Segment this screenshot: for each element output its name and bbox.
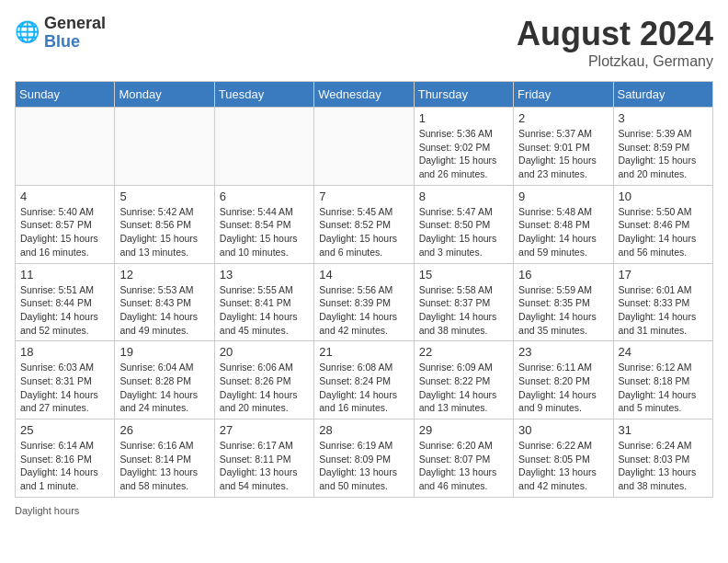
day-number: 2 xyxy=(518,111,608,125)
day-info: Sunrise: 6:11 AM Sunset: 8:20 PM Dayligh… xyxy=(518,361,608,415)
calendar-cell: 1Sunrise: 5:36 AM Sunset: 9:02 PM Daylig… xyxy=(414,108,513,186)
day-info: Sunrise: 6:09 AM Sunset: 8:22 PM Dayligh… xyxy=(419,361,508,415)
calendar-cell: 23Sunrise: 6:11 AM Sunset: 8:20 PM Dayli… xyxy=(514,341,613,419)
day-info: Sunrise: 5:56 AM Sunset: 8:39 PM Dayligh… xyxy=(319,283,408,338)
logo-text: General Blue xyxy=(44,15,106,52)
day-number: 20 xyxy=(220,345,309,359)
day-info: Sunrise: 5:40 AM Sunset: 8:57 PM Dayligh… xyxy=(20,205,109,259)
day-number: 23 xyxy=(518,345,608,359)
logo-general: General xyxy=(44,15,106,33)
location: Plotzkau, Germany xyxy=(517,53,713,70)
day-info: Sunrise: 5:51 AM Sunset: 8:44 PM Dayligh… xyxy=(20,283,109,338)
day-info: Sunrise: 5:48 AM Sunset: 8:48 PM Dayligh… xyxy=(518,205,608,259)
calendar-cell: 25Sunrise: 6:14 AM Sunset: 8:16 PM Dayli… xyxy=(16,419,115,498)
day-info: Sunrise: 6:03 AM Sunset: 8:31 PM Dayligh… xyxy=(20,361,109,415)
day-number: 17 xyxy=(619,268,708,282)
title-block: August 2024 Plotzkau, Germany xyxy=(517,15,713,70)
calendar-cell xyxy=(115,108,214,186)
calendar-cell: 24Sunrise: 6:12 AM Sunset: 8:18 PM Dayli… xyxy=(613,341,712,419)
day-number: 15 xyxy=(419,268,508,282)
day-info: Sunrise: 5:44 AM Sunset: 8:54 PM Dayligh… xyxy=(220,205,309,259)
logo: 🌐 General Blue xyxy=(15,15,106,52)
day-info: Sunrise: 6:04 AM Sunset: 8:28 PM Dayligh… xyxy=(119,361,209,415)
calendar-cell: 28Sunrise: 6:19 AM Sunset: 8:09 PM Dayli… xyxy=(314,419,414,498)
calendar-cell: 5Sunrise: 5:42 AM Sunset: 8:56 PM Daylig… xyxy=(115,185,214,263)
day-info: Sunrise: 5:45 AM Sunset: 8:52 PM Dayligh… xyxy=(319,205,408,259)
calendar-cell: 4Sunrise: 5:40 AM Sunset: 8:57 PM Daylig… xyxy=(16,185,115,263)
day-info: Sunrise: 5:47 AM Sunset: 8:50 PM Dayligh… xyxy=(419,205,508,259)
day-number: 4 xyxy=(20,190,109,203)
calendar-cell: 13Sunrise: 5:55 AM Sunset: 8:41 PM Dayli… xyxy=(214,263,313,341)
day-number: 16 xyxy=(518,268,608,282)
day-number: 22 xyxy=(419,345,508,359)
day-info: Sunrise: 5:50 AM Sunset: 8:46 PM Dayligh… xyxy=(619,205,708,259)
page-header: 🌐 General Blue August 2024 Plotzkau, Ger… xyxy=(15,15,713,70)
day-info: Sunrise: 6:01 AM Sunset: 8:33 PM Dayligh… xyxy=(619,283,708,338)
day-number: 13 xyxy=(220,268,309,282)
day-number: 6 xyxy=(220,190,309,203)
day-number: 25 xyxy=(20,423,109,437)
day-header-monday: Monday xyxy=(115,82,214,108)
calendar-cell: 10Sunrise: 5:50 AM Sunset: 8:46 PM Dayli… xyxy=(613,185,712,263)
day-info: Sunrise: 5:42 AM Sunset: 8:56 PM Dayligh… xyxy=(119,205,209,259)
day-header-friday: Friday xyxy=(514,82,613,108)
day-header-thursday: Thursday xyxy=(414,82,513,108)
day-info: Sunrise: 6:16 AM Sunset: 8:14 PM Dayligh… xyxy=(119,439,209,493)
calendar-cell: 29Sunrise: 6:20 AM Sunset: 8:07 PM Dayli… xyxy=(414,419,513,498)
day-number: 28 xyxy=(319,423,408,437)
day-number: 21 xyxy=(319,345,408,359)
calendar-header-row: SundayMondayTuesdayWednesdayThursdayFrid… xyxy=(16,82,713,108)
calendar-cell: 12Sunrise: 5:53 AM Sunset: 8:43 PM Dayli… xyxy=(115,263,214,341)
day-number: 3 xyxy=(619,111,708,125)
day-number: 19 xyxy=(119,345,209,359)
day-header-saturday: Saturday xyxy=(613,82,712,108)
day-number: 8 xyxy=(419,190,508,203)
day-number: 10 xyxy=(619,190,708,203)
day-number: 26 xyxy=(119,423,209,437)
day-info: Sunrise: 6:19 AM Sunset: 8:09 PM Dayligh… xyxy=(319,439,408,493)
day-number: 1 xyxy=(419,111,508,125)
calendar-cell: 15Sunrise: 5:58 AM Sunset: 8:37 PM Dayli… xyxy=(414,263,513,341)
calendar: SundayMondayTuesdayWednesdayThursdayFrid… xyxy=(15,81,713,498)
calendar-cell xyxy=(16,108,115,186)
day-header-wednesday: Wednesday xyxy=(314,82,414,108)
day-header-tuesday: Tuesday xyxy=(214,82,313,108)
day-number: 24 xyxy=(619,345,708,359)
day-number: 31 xyxy=(619,423,708,437)
day-info: Sunrise: 5:36 AM Sunset: 9:02 PM Dayligh… xyxy=(419,127,508,181)
calendar-week-1: 4Sunrise: 5:40 AM Sunset: 8:57 PM Daylig… xyxy=(16,185,713,263)
day-number: 7 xyxy=(319,190,408,203)
calendar-cell: 6Sunrise: 5:44 AM Sunset: 8:54 PM Daylig… xyxy=(214,185,313,263)
calendar-cell: 26Sunrise: 6:16 AM Sunset: 8:14 PM Dayli… xyxy=(115,419,214,498)
day-info: Sunrise: 5:37 AM Sunset: 9:01 PM Dayligh… xyxy=(518,127,608,181)
calendar-cell: 3Sunrise: 5:39 AM Sunset: 8:59 PM Daylig… xyxy=(613,108,712,186)
day-info: Sunrise: 6:22 AM Sunset: 8:05 PM Dayligh… xyxy=(518,439,608,493)
calendar-cell: 31Sunrise: 6:24 AM Sunset: 8:03 PM Dayli… xyxy=(613,419,712,498)
day-info: Sunrise: 5:55 AM Sunset: 8:41 PM Dayligh… xyxy=(220,283,309,338)
day-info: Sunrise: 6:06 AM Sunset: 8:26 PM Dayligh… xyxy=(220,361,309,415)
calendar-cell: 27Sunrise: 6:17 AM Sunset: 8:11 PM Dayli… xyxy=(214,419,313,498)
day-number: 18 xyxy=(20,345,109,359)
month-title: August 2024 xyxy=(517,15,713,53)
day-number: 29 xyxy=(419,423,508,437)
calendar-week-4: 25Sunrise: 6:14 AM Sunset: 8:16 PM Dayli… xyxy=(16,419,713,498)
calendar-cell: 2Sunrise: 5:37 AM Sunset: 9:01 PM Daylig… xyxy=(514,108,613,186)
calendar-week-2: 11Sunrise: 5:51 AM Sunset: 8:44 PM Dayli… xyxy=(16,263,713,341)
calendar-cell: 9Sunrise: 5:48 AM Sunset: 8:48 PM Daylig… xyxy=(514,185,613,263)
day-number: 14 xyxy=(319,268,408,282)
day-info: Sunrise: 5:39 AM Sunset: 8:59 PM Dayligh… xyxy=(619,127,708,181)
calendar-cell: 21Sunrise: 6:08 AM Sunset: 8:24 PM Dayli… xyxy=(314,341,414,419)
day-info: Sunrise: 5:53 AM Sunset: 8:43 PM Dayligh… xyxy=(119,283,209,338)
day-number: 5 xyxy=(119,190,209,203)
svg-text:🌐: 🌐 xyxy=(15,20,40,44)
day-number: 30 xyxy=(518,423,608,437)
day-info: Sunrise: 6:24 AM Sunset: 8:03 PM Dayligh… xyxy=(619,439,708,493)
calendar-cell: 11Sunrise: 5:51 AM Sunset: 8:44 PM Dayli… xyxy=(16,263,115,341)
day-number: 12 xyxy=(119,268,209,282)
day-info: Sunrise: 5:59 AM Sunset: 8:35 PM Dayligh… xyxy=(518,283,608,338)
calendar-cell: 8Sunrise: 5:47 AM Sunset: 8:50 PM Daylig… xyxy=(414,185,513,263)
calendar-cell: 30Sunrise: 6:22 AM Sunset: 8:05 PM Dayli… xyxy=(514,419,613,498)
day-number: 11 xyxy=(20,268,109,282)
calendar-cell xyxy=(214,108,313,186)
calendar-cell: 17Sunrise: 6:01 AM Sunset: 8:33 PM Dayli… xyxy=(613,263,712,341)
